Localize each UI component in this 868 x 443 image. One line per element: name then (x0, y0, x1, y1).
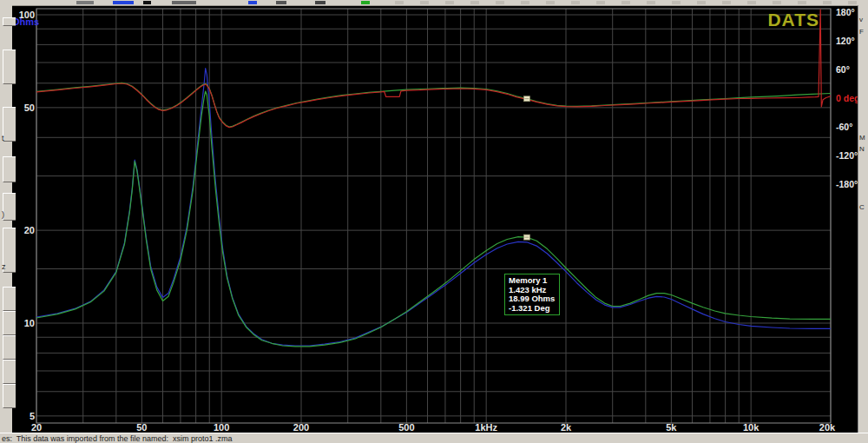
toolbar-icon[interactable] (361, 1, 370, 4)
x-tick-frequency: 100 (214, 422, 229, 433)
right-panel-cutoff-text: C (859, 203, 865, 211)
y-tick-ohms: 5 (30, 411, 35, 421)
status-bar-text: es: This data was imported from the file… (2, 433, 232, 443)
toolbar-icon-disabled (798, 1, 806, 4)
x-tick-frequency: 5k (666, 422, 677, 433)
toolbar-icon-disabled (823, 1, 832, 4)
impedance-chart[interactable]: 100502010520501002005001kHz2k5k10k20k180… (0, 0, 868, 443)
x-tick-frequency: 50 (136, 422, 147, 433)
toolbar-icon-disabled (571, 1, 580, 4)
y-tick-deg: 120° (836, 36, 855, 46)
cutoff-button[interactable] (3, 50, 16, 84)
y-tick-ohms: 20 (24, 225, 35, 235)
cutoff-button[interactable] (3, 384, 16, 408)
toolbar-icon-disabled (747, 1, 756, 4)
toolbar-icon[interactable] (113, 1, 134, 4)
toolbar-icon[interactable] (315, 1, 326, 4)
x-tick-frequency: 1kHz (475, 422, 497, 433)
tooltip-title: Memory 1 (509, 276, 555, 286)
toolbar-icon-disabled (521, 1, 529, 4)
left-panel-cutoff-text: t (2, 134, 4, 142)
right-panel-cutoff-text: F (859, 28, 864, 36)
y-tick-deg: 60° (836, 64, 850, 75)
cutoff-button[interactable] (3, 311, 16, 335)
toolbar-icon-disabled (697, 1, 706, 4)
cutoff-button[interactable] (3, 335, 16, 360)
y-tick-deg: -120° (836, 150, 858, 161)
toolbar-icon[interactable] (276, 1, 286, 4)
toolbar-icon[interactable] (143, 1, 151, 4)
plot-background (12, 5, 858, 433)
tooltip-impedance: 18.99 Ohms (509, 294, 555, 304)
x-tick-frequency: 500 (398, 422, 414, 433)
toolbar-icon-disabled (546, 1, 555, 4)
tooltip-phase: -1.321 Deg (509, 304, 555, 314)
toolbar-icon-disabled (621, 1, 630, 4)
cutoff-button[interactable] (3, 107, 16, 142)
toolbar-icon-disabled (848, 1, 857, 4)
y-tick-deg: 180° (836, 7, 855, 17)
toolbar-icon[interactable] (172, 1, 196, 4)
toolbar-icon[interactable] (76, 1, 94, 4)
toolbar-icon-disabled (445, 1, 454, 4)
left-panel-cutoff-text: ) (2, 210, 4, 219)
status-bar: es: This data was imported from the file… (0, 433, 868, 443)
x-tick-frequency: 20 (31, 422, 42, 433)
y-tick-ohms: 10 (24, 318, 35, 328)
toolbar-icon-disabled (596, 1, 605, 4)
y-tick-zero-deg: 0 deg (836, 93, 859, 103)
cutoff-button[interactable] (3, 360, 16, 384)
dats-logo: DATS (767, 10, 819, 30)
left-control-panel-cutoff: t)z (0, 5, 12, 433)
toolbar-icon[interactable] (248, 1, 257, 4)
x-tick-frequency: 10k (743, 422, 760, 433)
x-tick-frequency: 2k (561, 422, 572, 433)
toolbar-cutoff[interactable] (0, 0, 868, 6)
y-tick-deg: -60° (836, 122, 852, 132)
toolbar-icon-disabled (470, 1, 479, 4)
toolbar-icon-disabled (420, 1, 429, 4)
left-panel-cutoff-text: z (2, 262, 6, 271)
toolbar-icon-disabled (496, 1, 504, 4)
toolbar-icon-disabled (647, 1, 655, 4)
right-control-panel-cutoff: vFMNC (858, 5, 868, 433)
cutoff-button[interactable] (3, 156, 16, 182)
toolbar-icon-disabled (395, 1, 404, 4)
toolbar-icon-disabled (672, 1, 681, 4)
cursor-tooltip: Memory 1 1.423 kHz 18.99 Ohms -1.321 Deg (504, 274, 560, 315)
ohms-axis-label: Ohms (12, 17, 39, 27)
dats-app-window: t)z vFMNC 100502010520501002005001kHz2k5… (0, 0, 868, 443)
cutoff-button[interactable] (3, 17, 16, 26)
cutoff-button[interactable] (3, 193, 16, 221)
x-tick-frequency: 20k (819, 422, 836, 433)
toolbar-icon-disabled (722, 1, 731, 4)
toolbar-icon-disabled (773, 1, 781, 4)
y-tick-deg: -180° (836, 179, 858, 189)
x-tick-frequency: 200 (293, 422, 309, 433)
right-panel-cutoff-text: N (859, 145, 865, 153)
right-panel-cutoff-text: M (859, 134, 865, 142)
right-panel-cutoff-text: v (859, 16, 863, 23)
cutoff-button[interactable] (3, 287, 16, 311)
y-tick-ohms: 50 (24, 102, 35, 113)
